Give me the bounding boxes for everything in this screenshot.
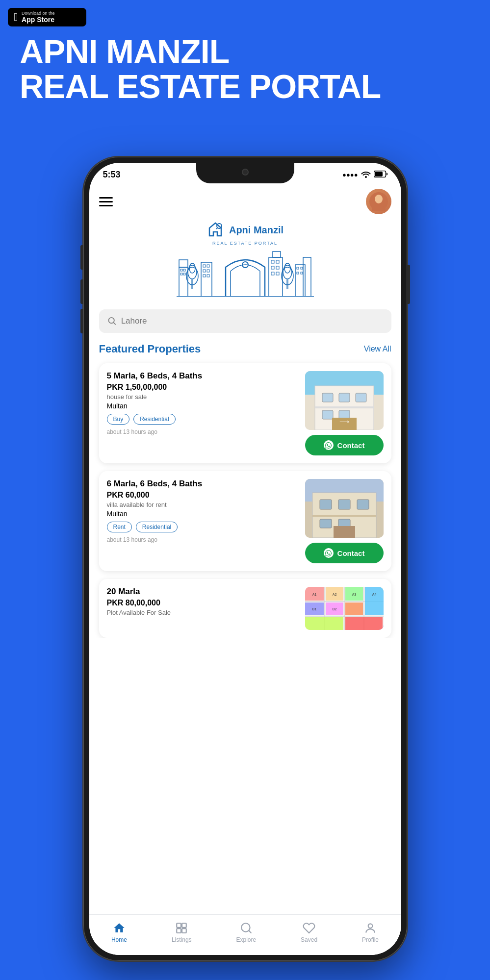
search-bar[interactable] bbox=[99, 309, 391, 333]
property-desc-1: house for sale bbox=[107, 393, 298, 401]
contact-button-1[interactable]: Contact bbox=[305, 435, 384, 455]
nav-item-saved[interactable]: Saved bbox=[301, 922, 317, 943]
nav-item-home[interactable]: Home bbox=[111, 922, 127, 943]
nav-item-profile[interactable]: Profile bbox=[362, 922, 379, 943]
svg-rect-94 bbox=[182, 929, 186, 933]
search-input[interactable] bbox=[121, 316, 383, 326]
badge-text: Download on the App Store bbox=[22, 11, 55, 24]
contact-label-2: Contact bbox=[337, 549, 365, 557]
svg-rect-62 bbox=[357, 500, 369, 509]
listings-icon bbox=[175, 922, 188, 934]
property-price-1: PKR 1,50,00,000 bbox=[107, 383, 298, 392]
svg-rect-36 bbox=[295, 265, 305, 297]
svg-rect-38 bbox=[301, 267, 303, 269]
notch-camera bbox=[242, 169, 249, 176]
svg-point-96 bbox=[368, 924, 373, 928]
phone-screen: 5:53 ●●●● bbox=[89, 163, 401, 955]
svg-rect-7 bbox=[181, 269, 182, 271]
property-tags-2: Rent Residential bbox=[107, 522, 298, 532]
svg-rect-93 bbox=[177, 929, 181, 933]
hamburger-menu[interactable] bbox=[99, 197, 113, 206]
svg-rect-52 bbox=[322, 410, 333, 419]
svg-rect-66 bbox=[334, 526, 355, 538]
property-image-1: ⟶ bbox=[305, 371, 384, 430]
svg-rect-37 bbox=[297, 267, 299, 269]
property-title-1: 5 Marla, 6 Beds, 4 Baths bbox=[107, 371, 298, 381]
phone-notch bbox=[196, 163, 294, 183]
svg-point-15 bbox=[189, 263, 195, 273]
tag-rent: Rent bbox=[107, 522, 132, 532]
property-right-1: ⟶ Contact bbox=[305, 371, 384, 455]
property-card-1: 5 Marla, 6 Beds, 4 Baths PKR 1,50,00,000… bbox=[99, 363, 391, 463]
tag-residential: Residential bbox=[133, 414, 175, 425]
user-avatar[interactable] bbox=[366, 189, 391, 214]
svg-text:⟶: ⟶ bbox=[339, 418, 349, 426]
app-content: Apni Manzil REAL ESTATE PORTAL bbox=[89, 184, 401, 638]
logo-name: Apni Manzil bbox=[229, 225, 284, 236]
svg-rect-12 bbox=[191, 279, 193, 289]
property-location-2: Multan bbox=[107, 510, 298, 518]
badge-small-text: Download on the bbox=[22, 11, 55, 16]
svg-rect-91 bbox=[177, 923, 181, 928]
svg-text:A1: A1 bbox=[312, 593, 316, 596]
property-info-1: 5 Marla, 6 Beds, 4 Baths PKR 1,50,00,000… bbox=[107, 371, 298, 455]
svg-rect-20 bbox=[207, 270, 209, 272]
svg-rect-40 bbox=[301, 272, 303, 274]
logo-subtitle: REAL ESTATE PORTAL bbox=[212, 241, 278, 246]
svg-rect-10 bbox=[183, 273, 185, 275]
nav-label-profile: Profile bbox=[362, 936, 379, 943]
svg-rect-39 bbox=[297, 272, 299, 274]
cityscape bbox=[177, 246, 314, 302]
saved-icon bbox=[303, 922, 315, 934]
svg-rect-28 bbox=[276, 266, 279, 269]
svg-rect-64 bbox=[320, 519, 332, 528]
nav-label-saved: Saved bbox=[301, 936, 317, 943]
hamburger-line bbox=[99, 197, 113, 199]
app-store-badge[interactable]:  Download on the App Store bbox=[8, 8, 86, 26]
property-image-3: A1 A2 A3 A4 B1 B2 bbox=[305, 587, 384, 630]
property-title-2: 6 Marla, 6 Beds, 4 Baths bbox=[107, 479, 298, 489]
nav-label-explore: Explore bbox=[236, 936, 256, 943]
wifi-icon bbox=[361, 170, 371, 179]
hero-line1: APNI MANZIL REAL ESTATE PORTAL bbox=[20, 34, 470, 104]
property-info-2: 6 Marla, 6 Beds, 4 Baths PKR 60,000 vill… bbox=[107, 479, 298, 563]
svg-rect-18 bbox=[207, 265, 209, 267]
svg-rect-63 bbox=[312, 515, 376, 517]
tag-residential-2: Residential bbox=[136, 522, 178, 532]
property-price-2: PKR 60,000 bbox=[107, 491, 298, 500]
svg-rect-61 bbox=[338, 500, 350, 509]
nav-label-home: Home bbox=[111, 936, 127, 943]
contact-button-2[interactable]: Contact bbox=[305, 543, 384, 563]
badge-big-text: App Store bbox=[22, 16, 55, 24]
nav-item-explore[interactable]: Explore bbox=[236, 922, 256, 943]
phone-outer: 5:53 ●●●● bbox=[83, 157, 407, 961]
svg-text:A4: A4 bbox=[372, 593, 376, 596]
view-all-button[interactable]: View All bbox=[364, 345, 391, 353]
svg-rect-8 bbox=[183, 269, 185, 271]
svg-text:B2: B2 bbox=[332, 607, 336, 611]
property-right-3: A1 A2 A3 A4 B1 B2 bbox=[305, 587, 384, 630]
svg-rect-9 bbox=[181, 273, 182, 275]
svg-rect-81 bbox=[305, 617, 343, 630]
property-time-1: about 13 hours ago bbox=[107, 428, 298, 435]
svg-rect-49 bbox=[339, 393, 350, 402]
svg-rect-22 bbox=[207, 275, 209, 277]
svg-rect-80 bbox=[365, 587, 384, 615]
whatsapp-icon-2 bbox=[324, 548, 334, 558]
hamburger-line bbox=[99, 201, 113, 202]
svg-rect-26 bbox=[276, 260, 279, 263]
logo-text-row: Apni Manzil bbox=[206, 221, 284, 239]
hero-title: APNI MANZIL REAL ESTATE PORTAL bbox=[20, 34, 470, 104]
nav-item-listings[interactable]: Listings bbox=[172, 922, 192, 943]
property-info-3: 20 Marla PKR 80,00,000 Plot Available Fo… bbox=[107, 587, 298, 630]
property-price-3: PKR 80,00,000 bbox=[107, 599, 298, 607]
svg-text:A2: A2 bbox=[332, 593, 336, 596]
section-header: Featured Properties View All bbox=[99, 343, 391, 355]
bottom-nav: Home Listings bbox=[89, 914, 401, 955]
svg-rect-17 bbox=[203, 265, 206, 267]
tag-buy: Buy bbox=[107, 414, 130, 425]
svg-rect-82 bbox=[345, 617, 383, 630]
svg-text:A3: A3 bbox=[352, 593, 356, 596]
svg-rect-16 bbox=[201, 262, 212, 297]
svg-rect-92 bbox=[182, 923, 186, 928]
